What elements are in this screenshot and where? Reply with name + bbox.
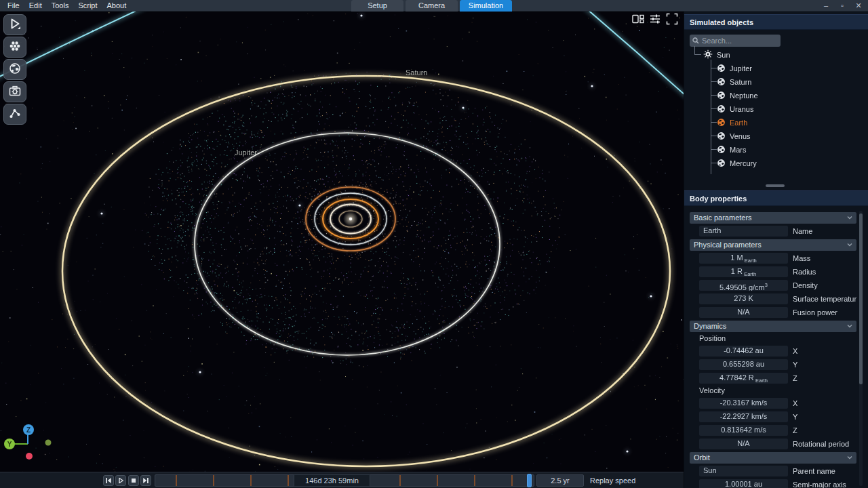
timeline-tick [213,475,214,486]
globe-icon [717,131,726,142]
timeline-tick [437,475,438,486]
timeline-tick [474,475,475,486]
tree-item-neptune[interactable]: Neptune [717,89,758,102]
view-split-view-button[interactable] [632,14,644,26]
tree-item-jupiter[interactable]: Jupiter [717,62,752,75]
section-header-physical-parameters[interactable]: Physical parameters [690,239,856,251]
scrollbar-thumb[interactable] [859,214,863,384]
section-header-orbit[interactable]: Orbit [690,452,856,464]
toolbar-globe-button[interactable] [3,59,26,80]
field-z[interactable]: 0.813642 m/s [699,425,788,436]
tree-connector [694,46,695,54]
playback-play-small-button[interactable] [115,475,126,486]
property-row: SunParent name [690,464,856,478]
field-mass[interactable]: 1 M Earth [699,253,788,264]
tree-connector [711,122,717,123]
playback-skip-end-button[interactable] [140,475,151,486]
tree-connector [711,136,717,136]
tree-item-label: Mars [730,146,746,154]
view-fullscreen-button[interactable] [666,14,678,26]
view-adjustments-button[interactable] [649,14,661,26]
timeline-track[interactable]: 146d 23h 59min [155,474,534,487]
search-input[interactable] [702,37,778,45]
tree-connector [694,54,701,55]
field-surface-temperature[interactable]: 273 K [699,293,788,304]
globe-icon [717,145,726,155]
properties-scrollbar[interactable] [859,211,863,486]
property-row: N/ARotational period [690,437,856,451]
toolbar-trajectory-button[interactable] [3,104,26,125]
field-z[interactable]: 4.77842 R Earth [699,373,788,384]
menu-item-about[interactable]: About [102,0,132,12]
play-icon [8,17,22,33]
toolbar-camera-settings-button[interactable] [3,81,26,102]
field-radius[interactable]: 1 R Earth [699,266,788,277]
property-label: Y [793,410,797,424]
playback-stop-button[interactable] [128,475,139,486]
tree-item-mars[interactable]: Mars [717,143,746,157]
globe-icon [717,64,726,74]
tree-connector [711,163,717,163]
property-row: N/AFusion power [690,306,856,319]
close-icon: ✕ [855,1,861,9]
property-row: 0.813642 m/sZ [690,424,856,437]
adjustments-icon [649,13,661,28]
section-header-dynamics[interactable]: Dynamics [690,321,856,332]
orbit-scene-canvas[interactable] [0,12,684,472]
toolbar-particle-cluster-button[interactable] [3,37,26,58]
simulation-viewport[interactable]: Saturn Jupiter [0,12,684,472]
tree-item-venus[interactable]: Venus [717,129,751,143]
group-label-velocity: Velocity [690,385,856,396]
property-label: Name [793,224,812,238]
field-x[interactable]: -20.3167 km/s [699,398,788,409]
play-small-icon [117,474,124,487]
tree-connector [711,149,717,150]
property-row: -20.3167 km/sX [690,396,856,410]
field-fusion-power[interactable]: N/A [699,307,788,318]
field-rotational-period[interactable]: N/A [699,439,788,449]
replay-speed-field[interactable]: 2.5 yr [536,474,584,487]
tab-simulation[interactable]: Simulation [460,0,512,12]
menu-item-edit[interactable]: Edit [24,0,47,12]
field-density[interactable]: 5.49505 g/cm3 [699,280,788,291]
field-semi-major-axis[interactable]: 1.00001 au [699,479,788,488]
timeline-tick [288,475,289,486]
timeline-thumb[interactable] [527,474,532,487]
menu-item-tools[interactable]: Tools [47,0,74,12]
tree-item-uranus[interactable]: Uranus [717,102,753,116]
tree-item-earth[interactable]: Earth [717,116,747,129]
property-label: Surface temperature [793,292,856,306]
panel-resize-grip[interactable] [766,184,785,187]
menu-item-script[interactable]: Script [73,0,102,12]
property-label: Parent name [793,464,835,478]
property-row: 1 R EarthRadius [690,265,856,279]
window-maximize-button[interactable]: ▫ [834,0,850,12]
property-row: 1 M EarthMass [690,251,856,265]
tree-item-label: Sun [717,51,730,59]
search-box[interactable] [690,35,781,47]
title-bar: FileEditToolsScriptAbout SetupCameraSimu… [0,0,868,12]
toolbar-play-button[interactable] [3,14,26,35]
field-y[interactable]: -22.2927 km/s [699,411,788,422]
window-close-button[interactable]: ✕ [850,0,867,12]
tree-item-sun[interactable]: Sun [703,48,730,62]
tree-connector [711,108,717,109]
field-parent-name[interactable]: Sun [699,466,788,476]
tree-item-saturn[interactable]: Saturn [717,75,751,89]
tree-item-mercury[interactable]: Mercury [717,157,757,170]
field-name[interactable]: Earth [699,226,788,237]
trajectory-icon [8,106,22,123]
globe-icon [717,104,726,115]
field-y[interactable]: 0.655298 au [699,359,788,370]
planet-label-saturn: Saturn [406,68,427,77]
playback-skip-start-button[interactable] [103,475,114,486]
window-minimize-button[interactable]: – [818,0,834,12]
properties-list: Basic parametersEarthNamePhysical parame… [690,211,856,488]
field-x[interactable]: -0.74462 au [699,346,788,357]
menu-item-file[interactable]: File [3,0,24,12]
property-row: 5.49505 g/cm3Density [690,279,856,292]
tab-setup[interactable]: Setup [351,0,403,12]
tab-camera[interactable]: Camera [406,0,458,12]
property-row: 1.00001 auSemi-major axis [690,478,856,488]
section-header-basic-parameters[interactable]: Basic parameters [690,212,856,224]
